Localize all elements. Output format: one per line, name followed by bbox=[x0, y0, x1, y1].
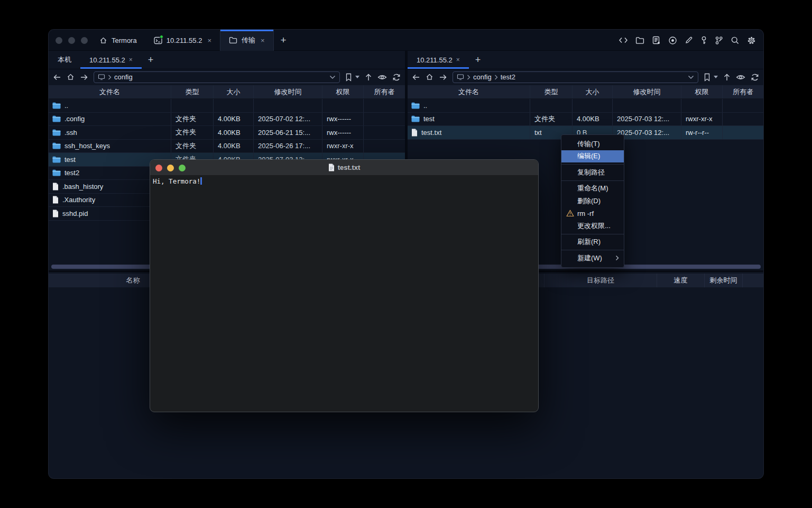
file-owner bbox=[364, 140, 405, 153]
transfer-col-remaining[interactable]: 剩余时间 bbox=[705, 274, 743, 287]
col-filename[interactable]: 文件名 bbox=[408, 85, 530, 98]
refresh-icon[interactable] bbox=[751, 73, 759, 81]
file-row[interactable]: .config 文件夹 4.00KB 2025-07-02 12:... rwx… bbox=[49, 113, 405, 126]
menu-item-new[interactable]: 新建(W) bbox=[561, 252, 624, 265]
transfer-col-target-path[interactable]: 目标路径 bbox=[545, 274, 657, 287]
close-window-button[interactable] bbox=[155, 165, 162, 171]
menu-item-transfer[interactable]: 传输(T) bbox=[561, 138, 624, 150]
tab-local-label: 本机 bbox=[58, 55, 71, 65]
file-row[interactable]: .. bbox=[408, 99, 763, 113]
show-hidden-eye-icon[interactable] bbox=[377, 74, 387, 81]
new-tab-button[interactable]: + bbox=[274, 30, 293, 51]
col-type[interactable]: 类型 bbox=[530, 85, 573, 98]
col-size[interactable]: 大小 bbox=[214, 85, 254, 98]
menu-item-copy-path[interactable]: 复制路径 bbox=[561, 166, 624, 179]
code-icon[interactable] bbox=[619, 36, 628, 44]
tab-local[interactable]: 本机 bbox=[49, 51, 80, 69]
menu-item-edit[interactable]: 编辑(E) bbox=[561, 150, 624, 163]
back-icon[interactable] bbox=[53, 74, 61, 81]
path-separator-icon bbox=[467, 75, 470, 80]
file-modified: 2025-06-26 17:... bbox=[254, 140, 322, 153]
home-icon[interactable] bbox=[67, 73, 75, 81]
forward-icon[interactable] bbox=[439, 74, 447, 81]
menu-separator bbox=[561, 180, 624, 181]
file-icon bbox=[52, 210, 59, 217]
zoom-window-button[interactable] bbox=[179, 165, 186, 171]
tab-remote-label: 10.211.55.2 bbox=[89, 56, 125, 64]
folder-icon bbox=[411, 115, 420, 122]
col-modified[interactable]: 修改时间 bbox=[254, 85, 322, 98]
tab-home[interactable]: Termora bbox=[91, 30, 145, 51]
editor-titlebar[interactable]: test.txt bbox=[150, 160, 538, 176]
menu-item-delete[interactable]: 删除(D) bbox=[561, 195, 624, 207]
menu-item-refresh[interactable]: 刷新(R) bbox=[561, 236, 624, 249]
file-modified: 2025-06-21 15:... bbox=[254, 126, 322, 139]
col-size[interactable]: 大小 bbox=[573, 85, 613, 98]
zoom-window-button[interactable] bbox=[81, 37, 88, 44]
path-separator-icon bbox=[494, 75, 498, 80]
col-perms[interactable]: 权限 bbox=[322, 85, 364, 98]
file-row[interactable]: .ssh 文件夹 4.00KB 2025-06-21 15:... rwx---… bbox=[49, 126, 405, 140]
upload-icon[interactable] bbox=[365, 73, 372, 81]
menu-item-rm-rf[interactable]: rm -rf bbox=[561, 207, 624, 220]
tab-remote-host[interactable]: 10.211.55.2 × bbox=[80, 51, 142, 69]
file-row[interactable]: ssh_host_keys 文件夹 4.00KB 2025-06-26 17:.… bbox=[49, 140, 405, 153]
settings-gear-icon[interactable] bbox=[747, 36, 756, 45]
col-filename[interactable]: 文件名 bbox=[49, 85, 171, 98]
upload-icon[interactable] bbox=[723, 73, 731, 81]
file-row[interactable]: test 文件夹 4.00KB 2025-07-03 12:... rwxr-x… bbox=[408, 113, 763, 126]
add-panel-tab-button[interactable]: + bbox=[469, 51, 487, 69]
folder-icon[interactable] bbox=[635, 37, 644, 44]
tab-transfer[interactable]: 传输 × bbox=[220, 30, 274, 51]
file-size: 4.00KB bbox=[214, 140, 254, 153]
refresh-icon[interactable] bbox=[392, 73, 401, 81]
col-type[interactable]: 类型 bbox=[171, 85, 214, 98]
tab-terminal-host[interactable]: 10.211.55.2 × bbox=[145, 30, 220, 51]
key-icon[interactable] bbox=[700, 36, 707, 45]
forward-icon[interactable] bbox=[80, 74, 88, 81]
close-window-button[interactable] bbox=[56, 37, 62, 44]
bookmark-dropdown-icon[interactable] bbox=[355, 76, 359, 78]
col-owner[interactable]: 所有者 bbox=[364, 85, 405, 98]
close-tab-icon[interactable]: × bbox=[207, 37, 211, 44]
menu-item-chmod[interactable]: 更改权限... bbox=[561, 220, 624, 232]
show-hidden-eye-icon[interactable] bbox=[736, 74, 745, 81]
search-icon[interactable] bbox=[731, 36, 740, 45]
editor-content[interactable]: Hi, Termora! bbox=[150, 176, 538, 187]
col-modified[interactable]: 修改时间 bbox=[613, 85, 681, 98]
minimize-window-button[interactable] bbox=[167, 165, 174, 171]
tab-home-label: Termora bbox=[112, 37, 137, 44]
traffic-lights bbox=[56, 37, 88, 44]
add-panel-tab-button[interactable]: + bbox=[142, 51, 160, 69]
edit-icon[interactable] bbox=[685, 36, 693, 44]
warning-icon bbox=[566, 210, 574, 217]
home-icon[interactable] bbox=[426, 73, 433, 81]
path-input[interactable]: config test2 bbox=[453, 71, 698, 83]
record-icon[interactable] bbox=[668, 36, 677, 45]
file-modified bbox=[613, 99, 681, 112]
close-tab-icon[interactable]: × bbox=[261, 37, 265, 44]
chevron-down-icon[interactable] bbox=[688, 75, 694, 79]
close-tab-icon[interactable]: × bbox=[456, 56, 460, 64]
path-input[interactable]: config bbox=[94, 71, 340, 83]
file-table-header: 文件名 类型 大小 修改时间 权限 所有者 bbox=[49, 85, 405, 99]
tab-remote-host[interactable]: 10.211.55.2 × bbox=[408, 51, 469, 69]
close-tab-icon[interactable]: × bbox=[129, 56, 133, 64]
minimize-window-button[interactable] bbox=[68, 37, 75, 44]
transfer-col-speed[interactable]: 速度 bbox=[657, 274, 705, 287]
branch-icon[interactable] bbox=[715, 36, 723, 45]
menu-separator bbox=[561, 250, 624, 250]
bookmark-dropdown-icon[interactable] bbox=[714, 76, 718, 78]
snippets-icon[interactable] bbox=[652, 36, 661, 44]
folder-icon bbox=[52, 129, 61, 136]
bookmark-icon[interactable] bbox=[345, 73, 352, 81]
file-owner bbox=[364, 126, 405, 139]
file-size: 4.00KB bbox=[214, 113, 254, 126]
chevron-down-icon[interactable] bbox=[329, 75, 336, 79]
menu-item-rename[interactable]: 重命名(M) bbox=[561, 183, 624, 195]
bookmark-icon[interactable] bbox=[704, 73, 710, 81]
back-icon[interactable] bbox=[412, 74, 420, 81]
col-perms[interactable]: 权限 bbox=[681, 85, 723, 98]
col-owner[interactable]: 所有者 bbox=[723, 85, 763, 98]
file-row[interactable]: .. bbox=[49, 99, 405, 113]
